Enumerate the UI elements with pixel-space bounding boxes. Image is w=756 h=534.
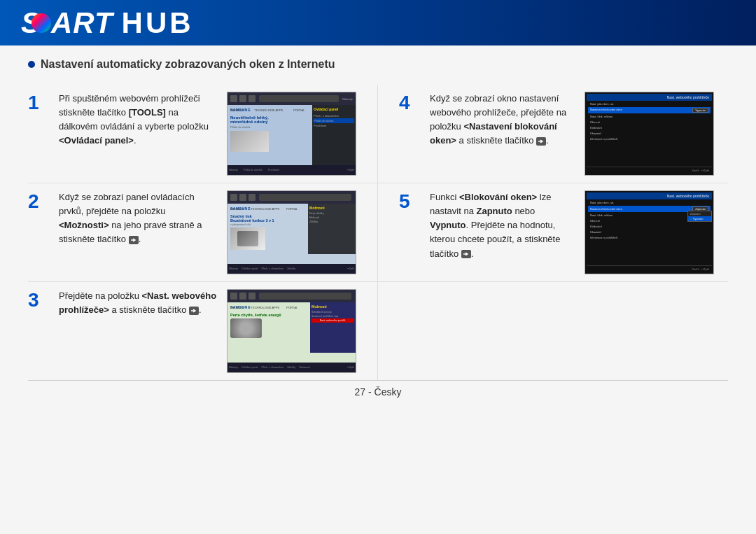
enter-icon-3 <box>189 307 199 315</box>
footer: 27 - Česky <box>28 380 728 403</box>
step-4-text: Když se zobrazí okno nastavení webového … <box>430 92 575 148</box>
step-2-text: Když se zobrazí panel ovládacích prvků, … <box>59 190 217 247</box>
enter-icon-2 <box>129 236 139 244</box>
step-5-number: 5 <box>399 192 420 211</box>
logo-art-text: ART <box>51 6 113 40</box>
step-4-row: 4 Když se zobrazí okno nastavení webovéh… <box>378 85 728 183</box>
step-5-row: 5 Funkci <Blokování oken> lze nastavit n… <box>378 183 728 282</box>
section-title: Nastavení automaticky zobrazovaných oken… <box>28 58 728 71</box>
steps-grid: 1 Při spuštěném webovém prohlížeči stisk… <box>28 85 728 380</box>
logo: S ART HUB <box>21 6 194 40</box>
step-2-image: SAMSUNG PRODUKTTECHNOLOGIE APPSPORTÁL Sn… <box>227 190 356 274</box>
step-4-image: Nast. webového prohlížeče Nast. jako dom… <box>584 92 714 176</box>
step-2-number: 2 <box>28 192 49 211</box>
step-5-text: Funkci <Blokování oken> lze nastavit na … <box>430 190 575 261</box>
page-number: 27 - Česky <box>355 386 402 398</box>
main-content: Nastavení automaticky zobrazovaných oken… <box>0 45 756 534</box>
bullet-icon <box>28 61 35 68</box>
step-1-number: 1 <box>28 93 49 113</box>
step-1-text: Při spuštěném webovém prohlížeči stiskně… <box>59 92 217 148</box>
step-3-text: Přejděte na položku <Nast. webového proh… <box>59 289 217 317</box>
enter-icon-4 <box>536 137 546 146</box>
logo-circle-icon <box>31 13 51 33</box>
step-1-row: 1 Při spuštěném webovém prohlížeči stisk… <box>28 85 378 183</box>
enter-icon-5 <box>461 250 471 258</box>
step-3-row: 3 Přejděte na položku <Nast. webového pr… <box>28 282 378 380</box>
step-3-image: SAMSUNG PRODUKTTECHNOLOGIE APPSPORTÁL Pe… <box>227 289 356 373</box>
logo-hub-text: HUB <box>122 6 194 40</box>
step-4-number: 4 <box>399 93 420 113</box>
step-3-number: 3 <box>28 290 49 310</box>
step-5-image: Nast. webového prohlížeče Nast. jako dom… <box>584 190 714 274</box>
header: S ART HUB <box>0 0 756 45</box>
step-2-row: 2 Když se zobrazí panel ovládacích prvků… <box>28 183 378 282</box>
step-1-image: Nástroje SAMSUNG PRODUKTTECHNOLOGIE APPS… <box>227 92 356 176</box>
